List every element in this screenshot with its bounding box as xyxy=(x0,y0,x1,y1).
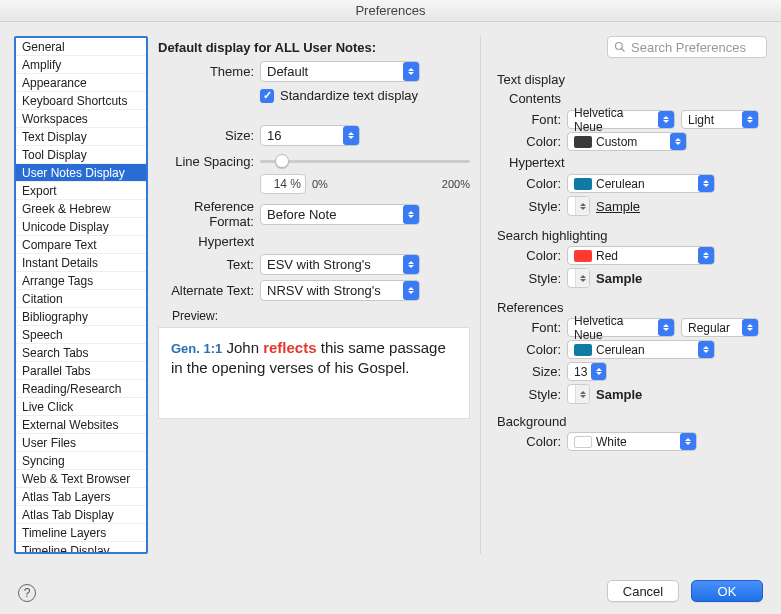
highlight-style-select[interactable] xyxy=(567,268,590,288)
line-spacing-value[interactable]: 14 % xyxy=(260,174,306,194)
ref-style-select[interactable] xyxy=(567,384,590,404)
chevron-updown-icon xyxy=(403,255,419,274)
chevron-updown-icon xyxy=(403,205,419,224)
search-input[interactable]: Search Preferences xyxy=(607,36,767,58)
color-swatch xyxy=(574,436,592,448)
chevron-updown-icon xyxy=(680,433,696,450)
alt-text-select[interactable]: NRSV with Strong's xyxy=(260,280,420,301)
color-swatch xyxy=(574,344,592,356)
hypertext-style-select[interactable] xyxy=(567,196,590,216)
line-spacing-label: Line Spacing: xyxy=(158,154,260,169)
chevron-updown-icon xyxy=(698,341,714,358)
background-color-select[interactable]: White xyxy=(567,432,697,451)
contents-subsection: Contents xyxy=(509,91,767,106)
contents-weight-select[interactable]: Light xyxy=(681,110,759,129)
contents-color-select[interactable]: Custom xyxy=(567,132,687,151)
hypertext-subhead: Hypertext xyxy=(158,234,260,249)
sidebar-item[interactable]: General xyxy=(16,38,146,56)
svg-point-0 xyxy=(616,43,623,50)
search-icon xyxy=(614,41,626,53)
sidebar-item[interactable]: Greek & Hebrew xyxy=(16,200,146,218)
standardize-label: Standardize text display xyxy=(280,88,418,103)
size-select[interactable]: 16 xyxy=(260,125,360,146)
preview-keyword: reflects xyxy=(263,339,316,356)
ref-weight-select[interactable]: Regular xyxy=(681,318,759,337)
sidebar-item[interactable]: Arrange Tags xyxy=(16,272,146,290)
cancel-button[interactable]: Cancel xyxy=(607,580,679,602)
highlight-style-label: Style: xyxy=(497,271,567,286)
sidebar-item[interactable]: Appearance xyxy=(16,74,146,92)
color-swatch xyxy=(574,136,592,148)
window-title: Preferences xyxy=(0,0,781,22)
search-highlight-section: Search highlighting xyxy=(497,228,767,243)
sidebar-item[interactable]: Citation xyxy=(16,290,146,308)
ref-sample: Sample xyxy=(596,387,642,402)
text-value: ESV with Strong's xyxy=(267,257,371,272)
slider-max-label: 200% xyxy=(442,178,470,190)
chevron-updown-icon xyxy=(591,363,606,380)
contents-color-label: Color: xyxy=(497,134,567,149)
chevron-updown-icon xyxy=(575,197,589,215)
sidebar-item[interactable]: Tool Display xyxy=(16,146,146,164)
ref-font-select[interactable]: Helvetica Neue xyxy=(567,318,675,337)
sidebar-item[interactable]: Export xyxy=(16,182,146,200)
sidebar-item[interactable]: Instant Details xyxy=(16,254,146,272)
sidebar-item[interactable]: External Websites xyxy=(16,416,146,434)
ref-size-label: Size: xyxy=(497,364,567,379)
contents-font-select[interactable]: Helvetica Neue xyxy=(567,110,675,129)
sidebar-item[interactable]: Timeline Display xyxy=(16,542,146,554)
highlight-sample: Sample xyxy=(596,271,642,286)
line-spacing-slider[interactable] xyxy=(260,151,470,171)
sidebar-item[interactable]: Compare Text xyxy=(16,236,146,254)
size-value: 16 xyxy=(267,128,281,143)
highlight-color-label: Color: xyxy=(497,248,567,263)
sidebar-item[interactable]: Workspaces xyxy=(16,110,146,128)
slider-min-label: 0% xyxy=(312,178,328,190)
sidebar-item[interactable]: Parallel Tabs xyxy=(16,362,146,380)
alt-text-label: Alternate Text: xyxy=(158,283,260,298)
help-button[interactable]: ? xyxy=(18,584,36,602)
chevron-updown-icon xyxy=(343,126,359,145)
preferences-sidebar[interactable]: GeneralAmplifyAppearanceKeyboard Shortcu… xyxy=(14,36,148,554)
sidebar-item[interactable]: Text Display xyxy=(16,128,146,146)
size-label: Size: xyxy=(158,128,260,143)
ref-color-select[interactable]: Cerulean xyxy=(567,340,715,359)
checkmark-icon: ✓ xyxy=(260,89,274,103)
reference-format-select[interactable]: Before Note xyxy=(260,204,420,225)
sidebar-item[interactable]: Amplify xyxy=(16,56,146,74)
sidebar-item[interactable]: Reading/Research xyxy=(16,380,146,398)
theme-value: Default xyxy=(267,64,308,79)
theme-select[interactable]: Default xyxy=(260,61,420,82)
standardize-checkbox[interactable]: ✓ Standardize text display xyxy=(260,88,418,103)
settings-panel: Default display for ALL User Notes: Them… xyxy=(158,36,470,554)
sidebar-item[interactable]: Atlas Tab Display xyxy=(16,506,146,524)
panel-heading: Default display for ALL User Notes: xyxy=(158,40,470,55)
sidebar-item[interactable]: Timeline Layers xyxy=(16,524,146,542)
highlight-color-select[interactable]: Red xyxy=(567,246,715,265)
ref-style-label: Style: xyxy=(497,387,567,402)
sidebar-item[interactable]: Speech xyxy=(16,326,146,344)
sidebar-item[interactable]: Bibliography xyxy=(16,308,146,326)
sidebar-item[interactable]: Unicode Display xyxy=(16,218,146,236)
sidebar-item[interactable]: Atlas Tab Layers xyxy=(16,488,146,506)
ref-font-label: Font: xyxy=(497,320,567,335)
contents-font-label: Font: xyxy=(497,112,567,127)
text-select[interactable]: ESV with Strong's xyxy=(260,254,420,275)
preview-label: Preview: xyxy=(172,309,470,323)
ok-button[interactable]: OK xyxy=(691,580,763,602)
sidebar-item[interactable]: User Notes Display xyxy=(16,164,146,182)
hypertext-color-label: Color: xyxy=(497,176,567,191)
sidebar-item[interactable]: Web & Text Browser xyxy=(16,470,146,488)
hypertext-color-select[interactable]: Cerulean xyxy=(567,174,715,193)
ref-color-label: Color: xyxy=(497,342,567,357)
sidebar-item[interactable]: User Files xyxy=(16,434,146,452)
sidebar-item[interactable]: Search Tabs xyxy=(16,344,146,362)
sidebar-item[interactable]: Keyboard Shortcuts xyxy=(16,92,146,110)
right-panel: Search Preferences Text display Contents… xyxy=(480,36,767,554)
background-section: Background xyxy=(497,414,767,429)
preview-reference: Gen. 1:1 xyxy=(171,341,222,356)
ref-size-select[interactable]: 13 xyxy=(567,362,607,381)
sidebar-item[interactable]: Live Click xyxy=(16,398,146,416)
theme-label: Theme: xyxy=(158,64,260,79)
sidebar-item[interactable]: Syncing xyxy=(16,452,146,470)
